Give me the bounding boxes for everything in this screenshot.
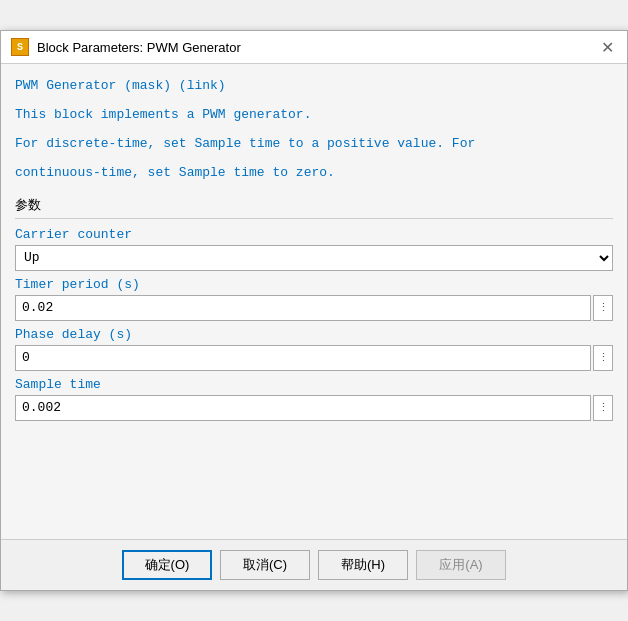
phase-delay-row: Phase delay (s) ⋮: [15, 327, 613, 371]
footer-wrapper: 确定(O) 取消(C) 帮助(H) 应用(A): [1, 539, 627, 590]
description-block: PWM Generator (mask) (link) This block i…: [15, 76, 613, 183]
main-window: S Block Parameters: PWM Generator ✕ PWM …: [0, 30, 628, 590]
description-line2: This block implements a PWM generator.: [15, 105, 613, 126]
sample-time-row: Sample time ⋮: [15, 377, 613, 421]
apply-button[interactable]: 应用(A): [416, 550, 506, 580]
carrier-counter-input-row: Up Down Up-Down: [15, 245, 613, 271]
help-button[interactable]: 帮助(H): [318, 550, 408, 580]
timer-period-label: Timer period (s): [15, 277, 613, 292]
close-button[interactable]: ✕: [597, 37, 617, 57]
description-line1: PWM Generator (mask) (link): [15, 76, 613, 97]
window-title: Block Parameters: PWM Generator: [37, 40, 241, 55]
content-area: PWM Generator (mask) (link) This block i…: [1, 64, 627, 538]
phase-delay-menu-btn[interactable]: ⋮: [593, 345, 613, 371]
timer-period-menu-btn[interactable]: ⋮: [593, 295, 613, 321]
window-icon: S: [11, 38, 29, 56]
carrier-counter-select[interactable]: Up Down Up-Down: [15, 245, 613, 271]
section-params-label: 参数: [15, 196, 613, 219]
sample-time-input-row: ⋮: [15, 395, 613, 421]
sample-time-input[interactable]: [15, 395, 591, 421]
phase-delay-label: Phase delay (s): [15, 327, 613, 342]
description-line4: continuous-time, set Sample time to zero…: [15, 163, 613, 184]
carrier-counter-row: Carrier counter Up Down Up-Down: [15, 227, 613, 271]
content-spacer: [15, 427, 613, 527]
footer: 确定(O) 取消(C) 帮助(H) 应用(A): [1, 539, 627, 590]
sample-time-menu-btn[interactable]: ⋮: [593, 395, 613, 421]
title-bar: S Block Parameters: PWM Generator ✕: [1, 31, 627, 64]
title-bar-left: S Block Parameters: PWM Generator: [11, 38, 241, 56]
timer-period-input[interactable]: [15, 295, 591, 321]
phase-delay-input[interactable]: [15, 345, 591, 371]
carrier-counter-label: Carrier counter: [15, 227, 613, 242]
timer-period-input-row: ⋮: [15, 295, 613, 321]
ok-button[interactable]: 确定(O): [122, 550, 212, 580]
description-line3: For discrete-time, set Sample time to a …: [15, 134, 613, 155]
timer-period-row: Timer period (s) ⋮: [15, 277, 613, 321]
phase-delay-input-row: ⋮: [15, 345, 613, 371]
sample-time-label: Sample time: [15, 377, 613, 392]
cancel-button[interactable]: 取消(C): [220, 550, 310, 580]
